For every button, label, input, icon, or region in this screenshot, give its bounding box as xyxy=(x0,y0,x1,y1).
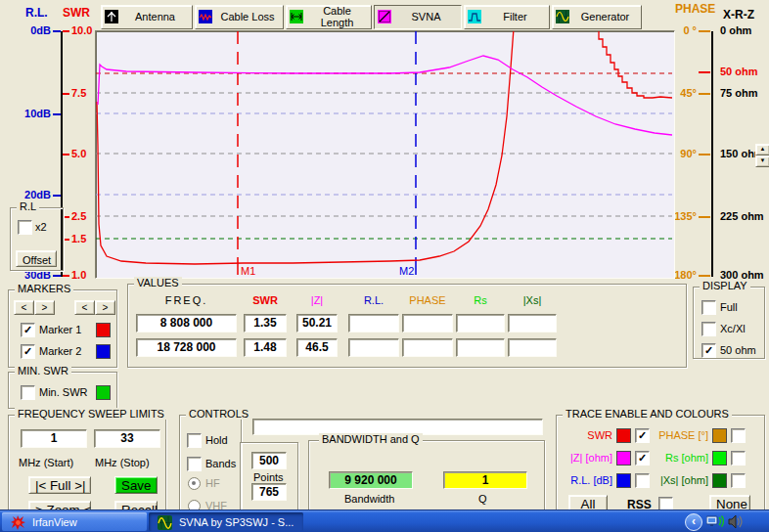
toolbar-button-generator[interactable]: Generator xyxy=(552,5,642,29)
min-swr-label: Min. SWR xyxy=(39,386,88,398)
svna-icon xyxy=(378,10,393,23)
display-option-label: Full xyxy=(720,301,738,313)
marker2-color-swatch[interactable] xyxy=(96,344,111,359)
trace-checkbox-xsohm[interactable] xyxy=(731,473,746,488)
cable-length-icon xyxy=(290,10,305,23)
values-cell-r2-c5 xyxy=(402,338,453,357)
q-value-field[interactable]: 1 xyxy=(443,471,527,489)
swr-tick-mark xyxy=(63,275,69,277)
values-header-rl: R.L. xyxy=(348,294,399,306)
toolbar-button-svna[interactable]: SVNA xyxy=(374,5,462,29)
marker1-color-swatch[interactable] xyxy=(96,323,111,337)
taskbar-button-svna[interactable]: SVNA by SP3SWJ - S... xyxy=(149,512,303,531)
min-swr-color-swatch[interactable] xyxy=(96,385,111,400)
values-header-freq: FREQ. xyxy=(136,294,237,306)
tray-volume-icon[interactable] xyxy=(728,514,744,529)
hf-label: HF xyxy=(205,477,220,489)
values-cell-r2-c1: 18 728 000 xyxy=(136,338,237,357)
trace-swatch-swr[interactable] xyxy=(616,428,631,443)
offset-button[interactable]: Offset xyxy=(16,250,57,267)
trace-label-zohm: |Z| [ohm] xyxy=(559,452,612,464)
db-tick-label: 10dB xyxy=(23,108,51,119)
toolbar-button-cable-length[interactable]: Cable Length xyxy=(286,5,372,29)
cable-loss-icon xyxy=(199,10,214,23)
swr-tick-label: 1.0 xyxy=(71,269,86,281)
display-checkbox-xcxl[interactable] xyxy=(701,322,716,336)
tray-network-icon[interactable] xyxy=(706,514,724,529)
values-cell-r2-c4 xyxy=(348,338,399,357)
toolbar-button-cable-loss[interactable]: Cable Loss xyxy=(195,5,284,29)
hf-radio[interactable] xyxy=(188,477,201,490)
marker1-checkbox[interactable] xyxy=(21,323,35,337)
marker-label-M1: M1 xyxy=(241,265,255,276)
min-swr-group-title: MIN. SWR xyxy=(15,365,71,377)
toolbar-button-label: Generator xyxy=(573,11,641,22)
min-swr-checkbox[interactable] xyxy=(21,385,35,400)
trace-swatch-zohm[interactable] xyxy=(616,451,631,466)
display-option-label: 50 ohm xyxy=(720,344,756,356)
sweep-limits-group: FREQUENCY SWEEP LIMITS 1 33 MHz (Start) … xyxy=(8,415,166,524)
marker2-left-button[interactable]: < xyxy=(74,300,95,315)
display-checkbox-full[interactable] xyxy=(701,300,716,315)
controls-group-title: CONTROLS xyxy=(186,408,251,420)
toolbar-button-filter[interactable]: Filter xyxy=(464,5,550,29)
swr-tick-mark xyxy=(63,93,69,95)
trace-checkbox-swr[interactable] xyxy=(635,428,650,443)
trace-swatch-rsohm[interactable] xyxy=(712,451,727,466)
marker1-right-button[interactable]: > xyxy=(34,300,55,315)
min-swr-group: MIN. SWR Min. SWR xyxy=(8,372,117,409)
values-cell-r1-c6 xyxy=(456,314,505,332)
trace-swatch-xsohm[interactable] xyxy=(712,473,727,488)
trace-label-xsohm: |Xs| [ohm] xyxy=(655,474,708,486)
bandwidth-group-title: BANDWIDTH and Q xyxy=(319,433,423,445)
bands-checkbox[interactable] xyxy=(187,457,202,471)
trace-checkbox-phase[interactable] xyxy=(731,428,746,443)
save-button[interactable]: Save xyxy=(114,476,158,494)
values-cell-r2-c6 xyxy=(456,338,505,357)
values-group: VALUES FREQ.SWR|Z|R.L.PHASERs|Xs|8 808 0… xyxy=(127,284,687,368)
trace-swatch-rldb[interactable] xyxy=(616,473,631,488)
full-sweep-button[interactable]: |< Full >| xyxy=(28,476,91,494)
trace-checkbox-rldb[interactable] xyxy=(635,473,650,488)
toolbar-button-antenna[interactable]: Antenna xyxy=(101,5,193,29)
values-header-xs: |Xs| xyxy=(508,294,557,306)
ohm-tick-label: 75 ohm xyxy=(720,87,758,99)
start-frequency-input[interactable]: 1 xyxy=(21,429,87,448)
db-tick-mark xyxy=(53,275,61,277)
toolbar-button-label: Cable Loss xyxy=(216,11,283,22)
swr-tick-mark xyxy=(63,154,69,155)
start-frequency-label: MHz (Start) xyxy=(19,457,73,468)
display-checkbox-50ohm[interactable] xyxy=(701,343,716,358)
swr-tick-mark xyxy=(63,216,69,218)
values-cell-r1-c5 xyxy=(402,314,453,332)
phase-tick-label: 90° xyxy=(673,148,697,159)
swr-tick-label: 10.0 xyxy=(71,24,92,36)
values-cell-r2-c7 xyxy=(508,338,557,357)
bandwidth-value-field[interactable]: 9 920 000 xyxy=(329,471,413,489)
irfanview-icon xyxy=(11,515,26,529)
ohm-scale-spinner[interactable]: ▲ ▼ xyxy=(755,144,769,167)
points-bottom-input[interactable]: 765 xyxy=(251,483,287,501)
marker2-right-button[interactable]: > xyxy=(95,300,115,315)
tray-collapse-chevron-icon[interactable]: ‹ xyxy=(685,513,702,531)
stop-frequency-input[interactable]: 33 xyxy=(94,429,160,448)
bandwidth-label: Bandwidth xyxy=(344,493,394,505)
swr-axis-title: SWR xyxy=(63,6,90,20)
spinner-down-icon[interactable]: ▼ xyxy=(755,155,769,167)
toolbar-button-label: Filter xyxy=(485,11,549,22)
db-tick-mark xyxy=(53,113,61,115)
x2-checkbox[interactable] xyxy=(18,220,32,235)
hold-checkbox[interactable] xyxy=(187,433,202,448)
plot-area[interactable]: M1M2 xyxy=(95,30,675,279)
taskbar-button-irfanview[interactable]: IrfanView xyxy=(2,512,147,531)
values-cell-r1-c1: 8 808 000 xyxy=(136,314,237,332)
phase-tick-label: 45° xyxy=(673,87,697,99)
trace-checkbox-rsohm[interactable] xyxy=(731,451,746,466)
trace-swatch-phase[interactable] xyxy=(712,428,727,443)
marker2-checkbox[interactable] xyxy=(21,344,35,359)
marker1-left-button[interactable]: < xyxy=(14,300,34,315)
points-top-input[interactable]: 500 xyxy=(251,452,287,469)
marker-label-M2: M2 xyxy=(399,265,414,276)
spinner-up-icon[interactable]: ▲ xyxy=(755,144,769,155)
trace-checkbox-zohm[interactable] xyxy=(635,451,650,466)
